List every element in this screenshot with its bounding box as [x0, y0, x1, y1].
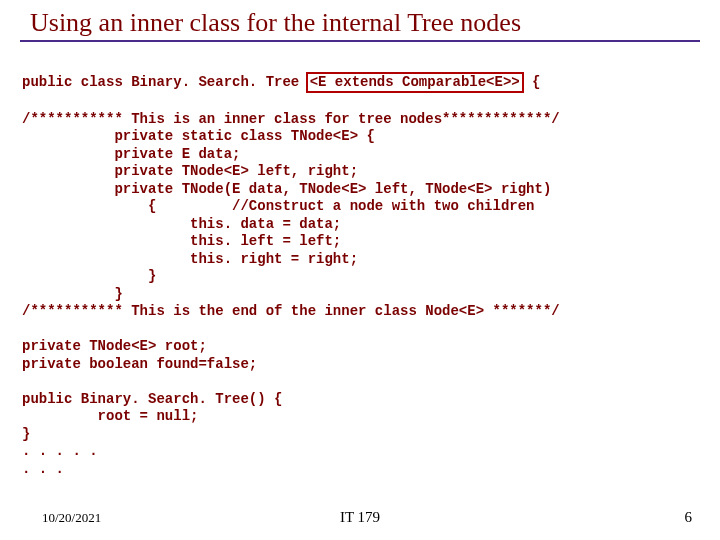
code-line: { — [524, 74, 541, 90]
code-line: . . . . . — [22, 443, 98, 459]
code-line: private TNode<E> left, right; — [22, 163, 358, 179]
code-line: private TNode(E data, TNode<E> left, TNo… — [22, 181, 551, 197]
code-line: this. left = left; — [22, 233, 341, 249]
title-underline — [20, 40, 700, 42]
code-line: { //Construct a node with two children — [22, 198, 534, 214]
generic-highlight-box: <E extends Comparable<E>> — [306, 72, 524, 94]
code-line: } — [22, 286, 123, 302]
code-line: } — [22, 268, 156, 284]
code-line: public class Binary. Search. Tree — [22, 74, 308, 90]
footer-course: IT 179 — [0, 509, 720, 526]
code-line: this. data = data; — [22, 216, 341, 232]
code-line: this. right = right; — [22, 251, 358, 267]
code-block: public class Binary. Search. Tree <E ext… — [0, 54, 720, 478]
code-line: private E data; — [22, 146, 240, 162]
code-line: root = null; — [22, 408, 198, 424]
code-line: public Binary. Search. Tree() { — [22, 391, 282, 407]
code-line: private static class TNode<E> { — [22, 128, 375, 144]
code-line: private boolean found=false; — [22, 356, 257, 372]
code-line: } — [22, 426, 30, 442]
code-line: private TNode<E> root; — [22, 338, 207, 354]
code-line: /*********** This is an inner class for … — [22, 111, 560, 127]
code-line: /*********** This is the end of the inne… — [22, 303, 560, 319]
slide-title: Using an inner class for the internal Tr… — [0, 0, 720, 40]
code-line: . . . — [22, 461, 64, 477]
footer-page-number: 6 — [685, 509, 693, 526]
